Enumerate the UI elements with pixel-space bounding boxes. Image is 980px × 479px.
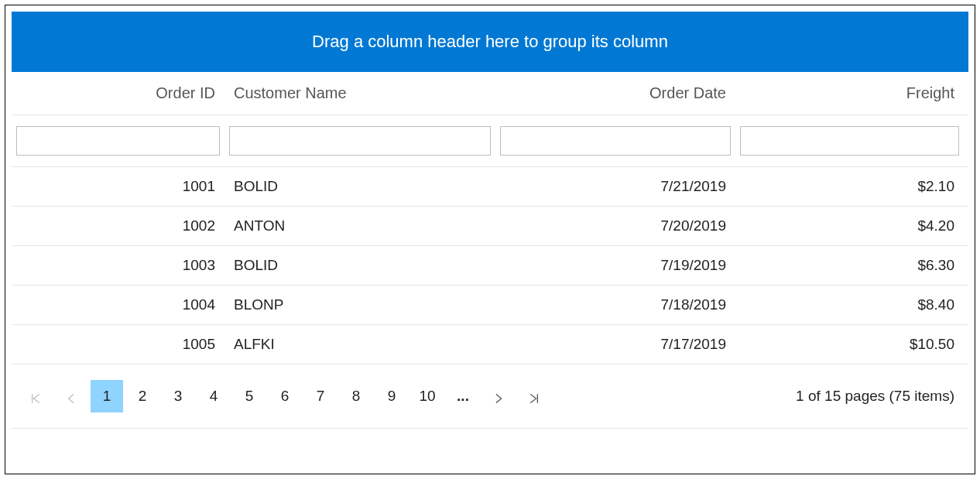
column-header-order-id[interactable]: Order ID [12, 72, 224, 115]
header-row: Order ID Customer Name Order Date Freigh… [12, 72, 968, 115]
pager-last-button[interactable] [518, 380, 550, 412]
pager-page-button[interactable]: 8 [340, 380, 372, 412]
chevron-left-icon [66, 391, 77, 402]
cell-freight: $6.30 [735, 246, 964, 285]
filter-input-customer-name[interactable] [229, 126, 491, 156]
cell-customer-name: ANTON [224, 207, 495, 245]
pager-page-button[interactable]: 6 [269, 380, 301, 412]
last-page-icon [529, 391, 540, 402]
pager-page-button[interactable]: 2 [126, 380, 159, 412]
cell-order-date: 7/19/2019 [495, 246, 735, 285]
cell-order-date: 7/21/2019 [495, 167, 735, 206]
table-row[interactable]: 1001 BOLID 7/21/2019 $2.10 [12, 167, 968, 207]
filter-input-order-id[interactable] [16, 126, 220, 156]
pager-prev-button[interactable] [55, 380, 87, 412]
first-page-icon [30, 391, 41, 402]
cell-customer-name: ALFKI [224, 325, 495, 364]
cell-order-date: 7/20/2019 [495, 207, 735, 245]
pager-next-button[interactable] [482, 380, 515, 412]
column-header-customer-name[interactable]: Customer Name [224, 72, 495, 115]
cell-order-date: 7/17/2019 [495, 325, 735, 364]
pager-page-button[interactable]: 5 [233, 380, 266, 412]
filter-input-freight[interactable] [740, 126, 959, 156]
data-grid-container: Drag a column header here to group its c… [5, 5, 975, 474]
cell-order-id: 1002 [12, 207, 224, 245]
filter-row [12, 115, 968, 167]
cell-freight: $4.20 [735, 207, 964, 245]
pager-page-button[interactable]: 1 [91, 380, 123, 412]
table-row[interactable]: 1004 BLONP 7/18/2019 $8.40 [12, 286, 968, 325]
column-header-freight[interactable]: Freight [735, 72, 964, 115]
table-row[interactable]: 1003 BOLID 7/19/2019 $6.30 [12, 246, 968, 286]
cell-order-id: 1003 [12, 246, 224, 285]
cell-freight: $2.10 [735, 167, 964, 206]
pager-nav: 1 2 3 4 5 6 7 8 9 10 ... [19, 380, 796, 412]
cell-customer-name: BOLID [224, 246, 495, 285]
column-header-order-date[interactable]: Order Date [495, 72, 735, 115]
table-row[interactable]: 1005 ALFKI 7/17/2019 $10.50 [12, 325, 968, 364]
pager-page-button[interactable]: 3 [162, 380, 194, 412]
data-grid: Order ID Customer Name Order Date Freigh… [12, 72, 968, 429]
pager-info-label: 1 of 15 pages (75 items) [796, 388, 961, 405]
pager-page-button[interactable]: 4 [197, 380, 230, 412]
group-drop-area[interactable]: Drag a column header here to group its c… [12, 12, 968, 72]
cell-order-date: 7/18/2019 [495, 286, 735, 324]
filter-input-order-date[interactable] [500, 126, 731, 156]
pager-page-button[interactable]: 7 [304, 380, 337, 412]
cell-order-id: 1005 [12, 325, 224, 364]
cell-customer-name: BOLID [224, 167, 495, 206]
table-row[interactable]: 1002 ANTON 7/20/2019 $4.20 [12, 207, 968, 246]
pager-page-button[interactable]: 9 [375, 380, 408, 412]
pager-page-button[interactable]: 10 [411, 380, 444, 412]
cell-freight: $8.40 [735, 286, 964, 324]
group-drop-label: Drag a column header here to group its c… [312, 32, 668, 51]
pager-first-button[interactable] [19, 380, 52, 412]
pager: 1 2 3 4 5 6 7 8 9 10 ... [12, 364, 968, 429]
pager-ellipsis[interactable]: ... [447, 380, 479, 412]
cell-freight: $10.50 [735, 325, 964, 364]
chevron-right-icon [493, 391, 504, 402]
cell-customer-name: BLONP [224, 286, 495, 324]
cell-order-id: 1004 [12, 286, 224, 324]
cell-order-id: 1001 [12, 167, 224, 206]
